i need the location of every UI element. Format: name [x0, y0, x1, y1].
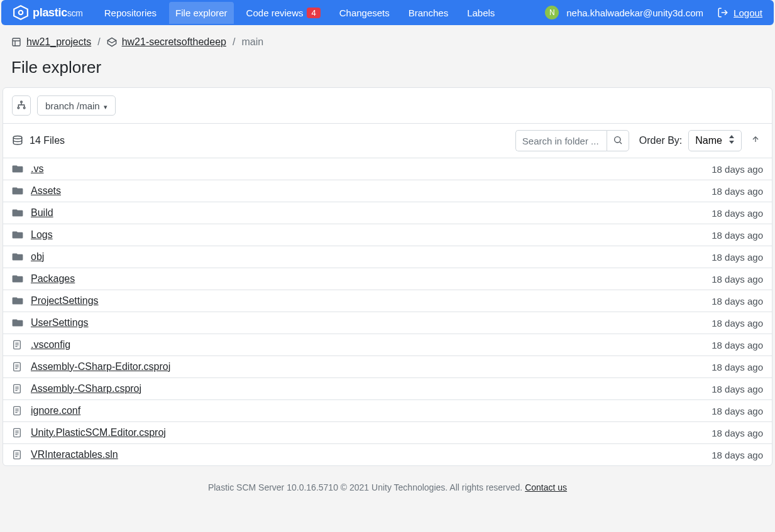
- file-row: Packages18 days ago: [3, 268, 772, 290]
- file-name-link[interactable]: Assembly-CSharp-Editor.csproj: [31, 361, 170, 372]
- nav-item-labels[interactable]: Labels: [461, 2, 501, 24]
- svg-point-10: [13, 136, 22, 139]
- file-name-link[interactable]: Unity.PlasticSCM.Editor.csproj: [31, 427, 166, 438]
- chevron-down-icon: [104, 100, 107, 111]
- file-name-link[interactable]: VRInteractables.sln: [31, 449, 118, 460]
- file-row: Logs18 days ago: [3, 224, 772, 246]
- file-icon: [12, 405, 26, 416]
- file-time: 18 days ago: [712, 318, 763, 328]
- breadcrumb-org[interactable]: hw21_projects: [11, 36, 91, 48]
- file-name-link[interactable]: Assets: [31, 185, 61, 197]
- file-name-link[interactable]: Build: [31, 207, 53, 219]
- nav-item-file-explorer[interactable]: File explorer: [169, 2, 234, 24]
- search-button[interactable]: [607, 130, 629, 151]
- nav-item-changesets[interactable]: Changesets: [333, 2, 396, 24]
- file-time: 18 days ago: [712, 274, 763, 285]
- nav-item-label: Code reviews: [246, 8, 304, 18]
- logout-icon: [717, 7, 728, 18]
- file-name-link[interactable]: .vsconfig: [31, 339, 70, 350]
- nav-item-branches[interactable]: Branches: [402, 2, 454, 24]
- files-count: 14 Files: [12, 135, 65, 146]
- file-name-link[interactable]: ignore.conf: [31, 405, 80, 416]
- folder-icon: [12, 252, 26, 261]
- file-row: ProjectSettings18 days ago: [3, 290, 772, 312]
- file-icon: [12, 449, 26, 460]
- file-name-link[interactable]: Packages: [31, 273, 75, 285]
- svg-marker-13: [729, 135, 734, 138]
- user-area: N neha.khalwadekar@unity3d.com Logout: [545, 6, 762, 19]
- file-explorer-card: branch /main 14 Files Order By: Name: [3, 87, 772, 466]
- brand[interactable]: plasticscm: [13, 4, 83, 21]
- tree-view-button[interactable]: [12, 95, 31, 116]
- nav-item-label: Branches: [409, 8, 448, 18]
- file-time: 18 days ago: [712, 340, 763, 350]
- file-time: 18 days ago: [712, 450, 763, 460]
- file-time: 18 days ago: [712, 296, 763, 307]
- file-name-link[interactable]: Assembly-CSharp.csproj: [31, 383, 141, 394]
- order-value: Name: [695, 135, 722, 146]
- search-input[interactable]: [515, 130, 607, 151]
- file-row: ignore.conf18 days ago: [3, 400, 772, 422]
- file-time: 18 days ago: [712, 384, 763, 394]
- breadcrumb-branch: main: [241, 36, 263, 48]
- sort-icon: [728, 135, 735, 146]
- sort-direction-button[interactable]: [748, 133, 763, 148]
- repo-icon: [107, 37, 117, 47]
- order-by-select[interactable]: Name: [688, 130, 742, 151]
- file-row: VRInteractables.sln18 days ago: [3, 444, 772, 465]
- branch-label: branch /main: [45, 100, 100, 111]
- file-row: obj18 days ago: [3, 246, 772, 268]
- file-name-link[interactable]: obj: [31, 251, 44, 263]
- logout-link[interactable]: Logout: [717, 7, 762, 18]
- card-toolbar: 14 Files Order By: Name: [3, 124, 772, 158]
- svg-marker-6: [107, 38, 116, 43]
- nav-item-label: Labels: [467, 8, 495, 18]
- nav-item-label: Repositories: [104, 8, 157, 18]
- file-name-link[interactable]: UserSettings: [31, 317, 89, 328]
- folder-icon: [12, 187, 26, 195]
- page-title: File explorer: [0, 52, 775, 87]
- svg-point-7: [21, 101, 23, 103]
- file-name-link[interactable]: Logs: [31, 229, 53, 241]
- nav-items: RepositoriesFile explorerCode reviews4Ch…: [98, 2, 502, 24]
- svg-marker-14: [729, 141, 734, 144]
- footer-text: Plastic SCM Server 10.0.16.5710 © 2021 U…: [208, 482, 525, 492]
- contact-link[interactable]: Contact us: [525, 482, 567, 492]
- file-time: 18 days ago: [712, 406, 763, 416]
- top-navbar: plasticscm RepositoriesFile explorerCode…: [1, 0, 774, 25]
- search-icon: [613, 135, 623, 147]
- file-row: UserSettings18 days ago: [3, 312, 772, 334]
- avatar[interactable]: N: [545, 6, 559, 19]
- file-icon: [12, 339, 26, 350]
- search-wrap: [515, 130, 629, 151]
- file-icon: [12, 383, 26, 394]
- file-name-link[interactable]: ProjectSettings: [31, 295, 99, 307]
- nav-item-repositories[interactable]: Repositories: [98, 2, 163, 24]
- svg-point-9: [23, 107, 25, 109]
- footer: Plastic SCM Server 10.0.16.5710 © 2021 U…: [0, 466, 775, 499]
- file-time: 18 days ago: [712, 362, 763, 372]
- branch-selector[interactable]: branch /main: [37, 95, 116, 116]
- user-email: neha.khalwadekar@unity3d.com: [566, 8, 703, 18]
- org-icon: [11, 37, 21, 47]
- file-row: .vs18 days ago: [3, 158, 772, 180]
- file-row: Assembly-CSharp.csproj18 days ago: [3, 378, 772, 400]
- order-by-label: Order By:: [639, 135, 682, 146]
- file-time: 18 days ago: [712, 252, 763, 263]
- breadcrumb-repo[interactable]: hw21-secretsofthedeep: [107, 36, 226, 48]
- file-row: Assembly-CSharp-Editor.csproj18 days ago: [3, 356, 772, 378]
- file-icon: [12, 361, 26, 372]
- file-row: Unity.PlasticSCM.Editor.csproj18 days ag…: [3, 422, 772, 444]
- folder-icon: [12, 318, 26, 327]
- file-name-link[interactable]: .vs: [31, 163, 43, 175]
- nav-item-code-reviews[interactable]: Code reviews4: [240, 2, 327, 24]
- sitemap-icon: [16, 100, 26, 112]
- svg-point-8: [18, 107, 19, 109]
- breadcrumb-sep: /: [233, 36, 235, 48]
- nav-badge: 4: [307, 8, 320, 18]
- brand-logo-icon: [13, 4, 29, 21]
- database-icon: [12, 135, 23, 146]
- nav-item-label: File explorer: [175, 8, 228, 18]
- breadcrumb: hw21_projects / hw21-secretsofthedeep / …: [0, 25, 775, 52]
- file-row: Build18 days ago: [3, 202, 772, 224]
